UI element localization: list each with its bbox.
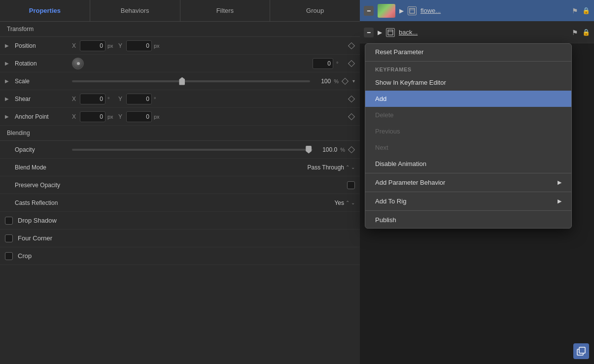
timeline-play-btn-2[interactable]: ▶ <box>378 29 382 36</box>
rotation-label: Rotation <box>15 60 69 67</box>
ctx-separator-1 <box>365 61 571 62</box>
properties-content: Transform ▶ Position X px Y px ▶ Rotatio… <box>0 22 360 364</box>
ctx-add-to-rig-arrow-icon: ▶ <box>558 198 561 204</box>
casts-reflection-select[interactable]: Yes ⌃ ⌄ <box>334 199 355 206</box>
tab-properties[interactable]: Properties <box>0 0 90 21</box>
anchor-x-axis: X <box>72 113 78 120</box>
timeline-flag-icon-2[interactable]: ⚑ <box>572 29 578 36</box>
blend-mode-row: ▶ Blend Mode Pass Through ⌃ ⌄ <box>0 159 360 176</box>
scale-diamond-shape <box>342 77 349 84</box>
timeline-minus-btn-2[interactable]: − <box>364 28 374 37</box>
position-row: ▶ Position X px Y px <box>0 37 360 55</box>
preserve-opacity-checkbox[interactable] <box>347 181 355 189</box>
position-expand[interactable]: ▶ <box>5 43 12 48</box>
ctx-previous-label: Previous <box>375 128 400 135</box>
position-x-input[interactable] <box>80 40 105 51</box>
shear-y-input[interactable] <box>126 94 152 104</box>
anchor-keyframe[interactable] <box>348 113 355 120</box>
scale-slider-track[interactable] <box>72 80 310 82</box>
opacity-slider-wrap: 100.0 % <box>72 146 345 153</box>
shear-xy-group: X ° Y ° <box>72 94 345 104</box>
rotation-knob[interactable] <box>72 58 84 69</box>
four-corner-checkbox[interactable] <box>5 234 13 242</box>
timeline-row-back: − ▶ back... ⚑ 🔒 <box>360 22 594 43</box>
ctx-previous[interactable]: Previous <box>365 123 571 139</box>
anchor-x-input[interactable] <box>80 111 105 122</box>
anchor-x-unit: px <box>107 114 116 120</box>
shear-row: ▶ Shear X ° Y ° <box>0 90 360 108</box>
ctx-publish[interactable]: Publish <box>365 212 571 228</box>
ctx-disable-animation-label: Disable Animation <box>375 160 426 167</box>
timeline-layer-icon-2[interactable] <box>386 28 395 37</box>
scale-expand[interactable]: ▶ <box>5 78 12 84</box>
timeline-name-2[interactable]: back... <box>399 29 568 36</box>
blend-mode-select[interactable]: Pass Through ⌃ ⌄ <box>308 164 355 171</box>
rotation-expand[interactable]: ▶ <box>5 61 12 66</box>
timeline-layer-icon-1[interactable] <box>408 6 417 15</box>
position-keyframe[interactable] <box>348 42 355 49</box>
scale-unit: % <box>334 78 339 84</box>
ctx-add-to-rig[interactable]: Add To Rig ▶ <box>365 193 571 209</box>
blend-mode-value: Pass Through <box>308 164 345 171</box>
anchor-y-input[interactable] <box>126 111 152 122</box>
shear-keyframe[interactable] <box>348 96 355 102</box>
timeline-lock-icon-2[interactable]: 🔒 <box>582 29 590 36</box>
tab-behaviors[interactable]: Behaviors <box>90 0 180 21</box>
tab-group[interactable]: Group <box>270 0 360 21</box>
ctx-disable-animation[interactable]: Disable Animation <box>365 156 571 172</box>
ctx-delete[interactable]: Delete <box>365 107 571 123</box>
shear-diamond-shape <box>348 95 355 102</box>
scale-slider-thumb[interactable] <box>179 77 185 85</box>
scale-keyframe[interactable] <box>342 78 349 85</box>
ctx-show-keyframe-editor[interactable]: Show In Keyframe Editor <box>365 74 571 91</box>
rotation-keyframe[interactable] <box>348 60 355 67</box>
scale-value: 100 <box>313 78 331 85</box>
ctx-add[interactable]: Add <box>365 91 571 107</box>
anchor-y-unit: px <box>154 114 163 120</box>
four-corner-label: Four Corner <box>18 234 52 242</box>
timeline-flag-icon-1[interactable]: ⚑ <box>572 7 578 15</box>
timeline-play-btn-1[interactable]: ▶ <box>399 7 404 14</box>
rotation-value-input[interactable] <box>313 58 333 69</box>
tab-filters[interactable]: Filters <box>180 0 271 21</box>
ctx-add-to-rig-label: Add To Rig <box>375 198 406 205</box>
blend-mode-label: Blend Mode <box>15 164 69 171</box>
position-y-axis: Y <box>118 42 124 49</box>
shear-expand[interactable]: ▶ <box>5 96 12 101</box>
opacity-keyframe[interactable] <box>348 146 355 153</box>
bottom-action-icon[interactable] <box>573 343 589 359</box>
ctx-add-parameter-behavior[interactable]: Add Parameter Behavior ▶ <box>365 174 571 191</box>
layer-icon-svg-1 <box>409 8 415 14</box>
ctx-reset-parameter[interactable]: Reset Parameter <box>365 44 571 60</box>
blend-mode-expand: ▶ <box>5 165 12 170</box>
opacity-label: Opacity <box>15 146 69 153</box>
ctx-add-parameter-behavior-label: Add Parameter Behavior <box>375 179 445 186</box>
casts-reflection-chevron-down-icon: ⌄ <box>351 200 355 205</box>
timeline-thumb-image-1 <box>378 4 395 18</box>
drop-shadow-checkbox[interactable] <box>5 217 13 225</box>
timeline-lock-icon-1[interactable]: 🔒 <box>582 7 590 14</box>
ctx-separator-2 <box>365 173 571 173</box>
ctx-next[interactable]: Next <box>365 139 571 156</box>
shear-x-axis: X <box>72 96 78 102</box>
left-panel: Properties Behaviors Filters Group Trans… <box>0 0 360 364</box>
position-x-axis: X <box>72 42 78 49</box>
opacity-slider-track[interactable] <box>72 149 313 151</box>
ctx-show-keyframe-editor-label: Show In Keyframe Editor <box>375 79 446 86</box>
preserve-opacity-expand: ▶ <box>5 182 12 188</box>
crop-checkbox[interactable] <box>5 252 13 260</box>
scale-chevron-icon[interactable]: ▾ <box>352 78 355 84</box>
anchor-point-expand[interactable]: ▶ <box>5 114 12 119</box>
opacity-slider-thumb[interactable] <box>306 146 312 154</box>
position-y-input[interactable] <box>126 40 152 51</box>
rotation-knob-dot <box>77 62 80 65</box>
opacity-expand: ▶ <box>5 147 12 152</box>
shear-y-unit: ° <box>154 96 163 102</box>
position-label: Position <box>15 42 69 49</box>
casts-reflection-chevron-icon: ⌃ <box>346 200 349 205</box>
timeline-minus-btn-1[interactable]: − <box>364 6 374 16</box>
timeline-name-1[interactable]: flowe... <box>420 7 568 14</box>
shear-x-input[interactable] <box>80 94 105 104</box>
ctx-separator-4 <box>365 210 571 211</box>
layer-icon-svg-2 <box>387 30 393 35</box>
